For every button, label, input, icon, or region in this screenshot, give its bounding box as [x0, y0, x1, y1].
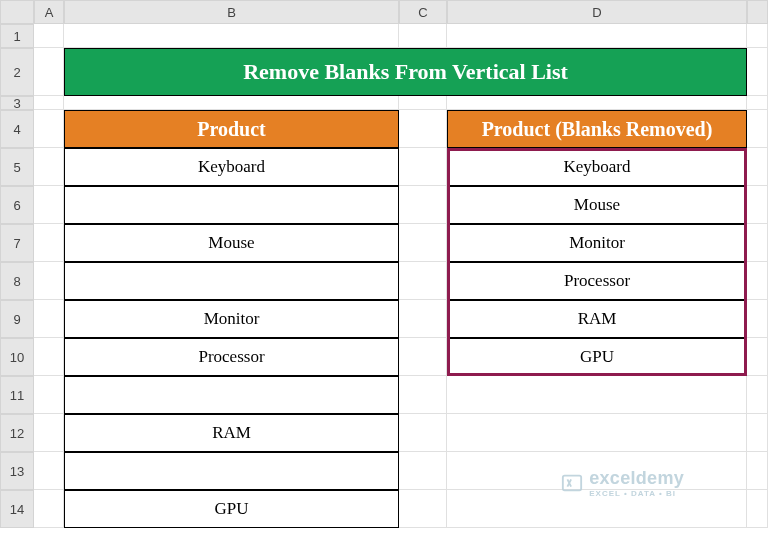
cell-E2[interactable]: [747, 48, 768, 96]
cell-E14[interactable]: [747, 490, 768, 528]
table-b-row[interactable]: Monitor: [64, 300, 399, 338]
table-d-row[interactable]: Processor: [447, 262, 747, 300]
column-headers: A B C D: [0, 0, 768, 24]
cell-A13[interactable]: [34, 452, 64, 490]
cell-C5[interactable]: [399, 148, 447, 186]
row-header-13[interactable]: 13: [0, 452, 34, 490]
table-b-row[interactable]: [64, 262, 399, 300]
cell-A3[interactable]: [34, 96, 64, 110]
row-header-6[interactable]: 6: [0, 186, 34, 224]
row-header-9[interactable]: 9: [0, 300, 34, 338]
cell-A6[interactable]: [34, 186, 64, 224]
table-d-row[interactable]: RAM: [447, 300, 747, 338]
row-header-11[interactable]: 11: [0, 376, 34, 414]
watermark-tagline: EXCEL • DATA • BI: [589, 489, 684, 498]
cell-C13[interactable]: [399, 452, 447, 490]
row-header-5[interactable]: 5: [0, 148, 34, 186]
cell-A11[interactable]: [34, 376, 64, 414]
cell-C1[interactable]: [399, 24, 447, 48]
col-header-D[interactable]: D: [447, 0, 747, 24]
row-header-7[interactable]: 7: [0, 224, 34, 262]
brand-icon: [561, 472, 583, 494]
page-title: Remove Blanks From Vertical List: [64, 48, 747, 96]
cell-E1[interactable]: [747, 24, 768, 48]
cell-A12[interactable]: [34, 414, 64, 452]
cell-C9[interactable]: [399, 300, 447, 338]
table-d-row[interactable]: Mouse: [447, 186, 747, 224]
cell-E3[interactable]: [747, 96, 768, 110]
cell-A5[interactable]: [34, 148, 64, 186]
cell-E4[interactable]: [747, 110, 768, 148]
col-header-C[interactable]: C: [399, 0, 447, 24]
cell-E13[interactable]: [747, 452, 768, 490]
cell-D11[interactable]: [447, 376, 747, 414]
cell-D1[interactable]: [447, 24, 747, 48]
cell-E7[interactable]: [747, 224, 768, 262]
watermark: exceldemy EXCEL • DATA • BI: [561, 468, 684, 498]
table-b-row[interactable]: Keyboard: [64, 148, 399, 186]
cell-C3[interactable]: [399, 96, 447, 110]
row-header-14[interactable]: 14: [0, 490, 34, 528]
table-d-row[interactable]: GPU: [447, 338, 747, 376]
cell-A14[interactable]: [34, 490, 64, 528]
cell-D12[interactable]: [447, 414, 747, 452]
table-b-row[interactable]: Processor: [64, 338, 399, 376]
cell-E8[interactable]: [747, 262, 768, 300]
table-b-row[interactable]: [64, 452, 399, 490]
row-header-1[interactable]: 1: [0, 24, 34, 48]
select-all-corner[interactable]: [0, 0, 34, 24]
cell-E10[interactable]: [747, 338, 768, 376]
cell-E6[interactable]: [747, 186, 768, 224]
table-d-row[interactable]: Monitor: [447, 224, 747, 262]
cell-E9[interactable]: [747, 300, 768, 338]
cell-B3[interactable]: [64, 96, 399, 110]
table-b-header: Product: [64, 110, 399, 148]
cell-A7[interactable]: [34, 224, 64, 262]
cell-A2[interactable]: [34, 48, 64, 96]
cell-E12[interactable]: [747, 414, 768, 452]
cell-A10[interactable]: [34, 338, 64, 376]
table-b-row[interactable]: GPU: [64, 490, 399, 528]
cell-A8[interactable]: [34, 262, 64, 300]
cell-C7[interactable]: [399, 224, 447, 262]
row-header-12[interactable]: 12: [0, 414, 34, 452]
cell-D3[interactable]: [447, 96, 747, 110]
cell-A4[interactable]: [34, 110, 64, 148]
cell-C11[interactable]: [399, 376, 447, 414]
cell-C6[interactable]: [399, 186, 447, 224]
table-b-row[interactable]: [64, 186, 399, 224]
cell-C14[interactable]: [399, 490, 447, 528]
cell-E5[interactable]: [747, 148, 768, 186]
cell-C10[interactable]: [399, 338, 447, 376]
cell-E11[interactable]: [747, 376, 768, 414]
col-header-B[interactable]: B: [64, 0, 399, 24]
table-d-header: Product (Blanks Removed): [447, 110, 747, 148]
row-header-8[interactable]: 8: [0, 262, 34, 300]
cell-B1[interactable]: [64, 24, 399, 48]
table-b-row[interactable]: RAM: [64, 414, 399, 452]
col-header-A[interactable]: A: [34, 0, 64, 24]
row-header-4[interactable]: 4: [0, 110, 34, 148]
row-header-2[interactable]: 2: [0, 48, 34, 96]
row-header-10[interactable]: 10: [0, 338, 34, 376]
col-header-more: [747, 0, 768, 24]
svg-rect-0: [563, 476, 581, 491]
cell-A9[interactable]: [34, 300, 64, 338]
row-header-3[interactable]: 3: [0, 96, 34, 110]
table-b-row[interactable]: Mouse: [64, 224, 399, 262]
cell-C8[interactable]: [399, 262, 447, 300]
watermark-brand: exceldemy: [589, 468, 684, 488]
table-b-row[interactable]: [64, 376, 399, 414]
cell-A1[interactable]: [34, 24, 64, 48]
cell-C12[interactable]: [399, 414, 447, 452]
table-d-row[interactable]: Keyboard: [447, 148, 747, 186]
cell-C4[interactable]: [399, 110, 447, 148]
